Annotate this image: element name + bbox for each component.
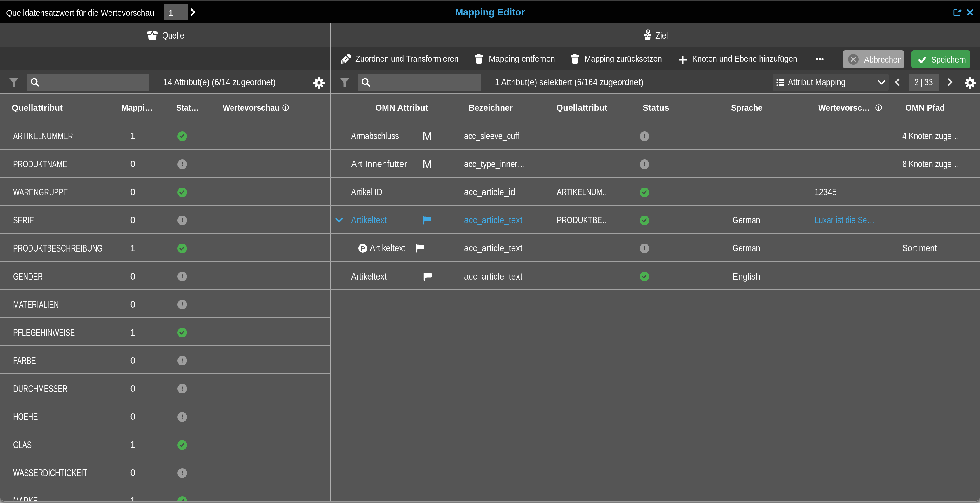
svg-text:P: P — [647, 29, 649, 34]
